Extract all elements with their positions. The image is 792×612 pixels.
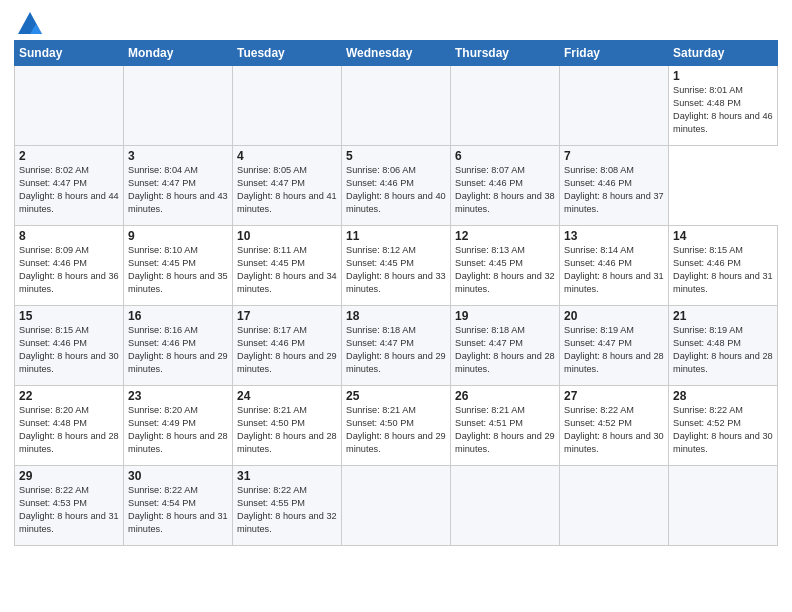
day-number: 21 xyxy=(673,309,773,323)
page-container: SundayMondayTuesdayWednesdayThursdayFrid… xyxy=(0,0,792,556)
day-number: 11 xyxy=(346,229,446,243)
calendar-cell: 16Sunrise: 8:16 AMSunset: 4:46 PMDayligh… xyxy=(124,306,233,386)
calendar-cell xyxy=(560,466,669,546)
calendar-cell xyxy=(669,466,778,546)
day-detail: Sunrise: 8:21 AMSunset: 4:51 PMDaylight:… xyxy=(455,404,555,456)
logo-icon xyxy=(16,10,44,38)
calendar-cell: 12Sunrise: 8:13 AMSunset: 4:45 PMDayligh… xyxy=(451,226,560,306)
calendar-cell xyxy=(233,66,342,146)
day-detail: Sunrise: 8:02 AMSunset: 4:47 PMDaylight:… xyxy=(19,164,119,216)
day-detail: Sunrise: 8:22 AMSunset: 4:52 PMDaylight:… xyxy=(673,404,773,456)
calendar-week-row: 2Sunrise: 8:02 AMSunset: 4:47 PMDaylight… xyxy=(15,146,778,226)
day-number: 20 xyxy=(564,309,664,323)
day-detail: Sunrise: 8:09 AMSunset: 4:46 PMDaylight:… xyxy=(19,244,119,296)
calendar-cell: 6Sunrise: 8:07 AMSunset: 4:46 PMDaylight… xyxy=(451,146,560,226)
day-number: 15 xyxy=(19,309,119,323)
day-number: 30 xyxy=(128,469,228,483)
calendar-cell xyxy=(451,466,560,546)
day-detail: Sunrise: 8:22 AMSunset: 4:55 PMDaylight:… xyxy=(237,484,337,536)
calendar-cell: 5Sunrise: 8:06 AMSunset: 4:46 PMDaylight… xyxy=(342,146,451,226)
day-detail: Sunrise: 8:18 AMSunset: 4:47 PMDaylight:… xyxy=(455,324,555,376)
calendar-cell xyxy=(342,66,451,146)
page-header xyxy=(14,10,778,34)
day-number: 17 xyxy=(237,309,337,323)
calendar-cell: 19Sunrise: 8:18 AMSunset: 4:47 PMDayligh… xyxy=(451,306,560,386)
day-of-week-header: Thursday xyxy=(451,41,560,66)
calendar-cell: 15Sunrise: 8:15 AMSunset: 4:46 PMDayligh… xyxy=(15,306,124,386)
day-of-week-header: Sunday xyxy=(15,41,124,66)
calendar-week-row: 22Sunrise: 8:20 AMSunset: 4:48 PMDayligh… xyxy=(15,386,778,466)
calendar-cell: 13Sunrise: 8:14 AMSunset: 4:46 PMDayligh… xyxy=(560,226,669,306)
day-number: 24 xyxy=(237,389,337,403)
calendar-cell xyxy=(342,466,451,546)
day-of-week-header: Saturday xyxy=(669,41,778,66)
day-number: 7 xyxy=(564,149,664,163)
day-detail: Sunrise: 8:19 AMSunset: 4:48 PMDaylight:… xyxy=(673,324,773,376)
day-detail: Sunrise: 8:05 AMSunset: 4:47 PMDaylight:… xyxy=(237,164,337,216)
day-detail: Sunrise: 8:13 AMSunset: 4:45 PMDaylight:… xyxy=(455,244,555,296)
day-number: 16 xyxy=(128,309,228,323)
calendar-cell: 27Sunrise: 8:22 AMSunset: 4:52 PMDayligh… xyxy=(560,386,669,466)
day-detail: Sunrise: 8:22 AMSunset: 4:52 PMDaylight:… xyxy=(564,404,664,456)
calendar-cell: 14Sunrise: 8:15 AMSunset: 4:46 PMDayligh… xyxy=(669,226,778,306)
day-number: 8 xyxy=(19,229,119,243)
calendar-cell: 18Sunrise: 8:18 AMSunset: 4:47 PMDayligh… xyxy=(342,306,451,386)
calendar-table: SundayMondayTuesdayWednesdayThursdayFrid… xyxy=(14,40,778,546)
day-of-week-header: Friday xyxy=(560,41,669,66)
day-detail: Sunrise: 8:17 AMSunset: 4:46 PMDaylight:… xyxy=(237,324,337,376)
calendar-cell: 25Sunrise: 8:21 AMSunset: 4:50 PMDayligh… xyxy=(342,386,451,466)
day-detail: Sunrise: 8:21 AMSunset: 4:50 PMDaylight:… xyxy=(237,404,337,456)
day-number: 31 xyxy=(237,469,337,483)
calendar-cell: 10Sunrise: 8:11 AMSunset: 4:45 PMDayligh… xyxy=(233,226,342,306)
day-number: 1 xyxy=(673,69,773,83)
calendar-cell: 17Sunrise: 8:17 AMSunset: 4:46 PMDayligh… xyxy=(233,306,342,386)
calendar-cell: 7Sunrise: 8:08 AMSunset: 4:46 PMDaylight… xyxy=(560,146,669,226)
day-number: 4 xyxy=(237,149,337,163)
calendar-cell xyxy=(124,66,233,146)
calendar-cell xyxy=(15,66,124,146)
calendar-week-row: 29Sunrise: 8:22 AMSunset: 4:53 PMDayligh… xyxy=(15,466,778,546)
calendar-cell: 24Sunrise: 8:21 AMSunset: 4:50 PMDayligh… xyxy=(233,386,342,466)
calendar-cell: 20Sunrise: 8:19 AMSunset: 4:47 PMDayligh… xyxy=(560,306,669,386)
day-detail: Sunrise: 8:19 AMSunset: 4:47 PMDaylight:… xyxy=(564,324,664,376)
calendar-cell: 4Sunrise: 8:05 AMSunset: 4:47 PMDaylight… xyxy=(233,146,342,226)
day-detail: Sunrise: 8:10 AMSunset: 4:45 PMDaylight:… xyxy=(128,244,228,296)
day-number: 14 xyxy=(673,229,773,243)
day-of-week-header: Monday xyxy=(124,41,233,66)
day-detail: Sunrise: 8:07 AMSunset: 4:46 PMDaylight:… xyxy=(455,164,555,216)
calendar-cell: 2Sunrise: 8:02 AMSunset: 4:47 PMDaylight… xyxy=(15,146,124,226)
day-number: 2 xyxy=(19,149,119,163)
calendar-cell: 8Sunrise: 8:09 AMSunset: 4:46 PMDaylight… xyxy=(15,226,124,306)
day-number: 18 xyxy=(346,309,446,323)
calendar-cell: 30Sunrise: 8:22 AMSunset: 4:54 PMDayligh… xyxy=(124,466,233,546)
day-detail: Sunrise: 8:16 AMSunset: 4:46 PMDaylight:… xyxy=(128,324,228,376)
calendar-cell: 9Sunrise: 8:10 AMSunset: 4:45 PMDaylight… xyxy=(124,226,233,306)
header-row: SundayMondayTuesdayWednesdayThursdayFrid… xyxy=(15,41,778,66)
calendar-cell: 29Sunrise: 8:22 AMSunset: 4:53 PMDayligh… xyxy=(15,466,124,546)
day-detail: Sunrise: 8:20 AMSunset: 4:49 PMDaylight:… xyxy=(128,404,228,456)
day-detail: Sunrise: 8:15 AMSunset: 4:46 PMDaylight:… xyxy=(19,324,119,376)
day-detail: Sunrise: 8:06 AMSunset: 4:46 PMDaylight:… xyxy=(346,164,446,216)
day-detail: Sunrise: 8:18 AMSunset: 4:47 PMDaylight:… xyxy=(346,324,446,376)
day-number: 27 xyxy=(564,389,664,403)
day-number: 29 xyxy=(19,469,119,483)
day-detail: Sunrise: 8:22 AMSunset: 4:53 PMDaylight:… xyxy=(19,484,119,536)
logo xyxy=(14,10,44,34)
day-detail: Sunrise: 8:01 AMSunset: 4:48 PMDaylight:… xyxy=(673,84,773,136)
day-number: 5 xyxy=(346,149,446,163)
day-number: 19 xyxy=(455,309,555,323)
day-detail: Sunrise: 8:20 AMSunset: 4:48 PMDaylight:… xyxy=(19,404,119,456)
calendar-cell: 23Sunrise: 8:20 AMSunset: 4:49 PMDayligh… xyxy=(124,386,233,466)
calendar-cell: 11Sunrise: 8:12 AMSunset: 4:45 PMDayligh… xyxy=(342,226,451,306)
calendar-week-row: 15Sunrise: 8:15 AMSunset: 4:46 PMDayligh… xyxy=(15,306,778,386)
day-number: 23 xyxy=(128,389,228,403)
day-detail: Sunrise: 8:15 AMSunset: 4:46 PMDaylight:… xyxy=(673,244,773,296)
calendar-week-row: 1Sunrise: 8:01 AMSunset: 4:48 PMDaylight… xyxy=(15,66,778,146)
day-of-week-header: Tuesday xyxy=(233,41,342,66)
calendar-cell: 31Sunrise: 8:22 AMSunset: 4:55 PMDayligh… xyxy=(233,466,342,546)
day-detail: Sunrise: 8:11 AMSunset: 4:45 PMDaylight:… xyxy=(237,244,337,296)
day-detail: Sunrise: 8:04 AMSunset: 4:47 PMDaylight:… xyxy=(128,164,228,216)
day-detail: Sunrise: 8:14 AMSunset: 4:46 PMDaylight:… xyxy=(564,244,664,296)
day-number: 12 xyxy=(455,229,555,243)
day-number: 3 xyxy=(128,149,228,163)
